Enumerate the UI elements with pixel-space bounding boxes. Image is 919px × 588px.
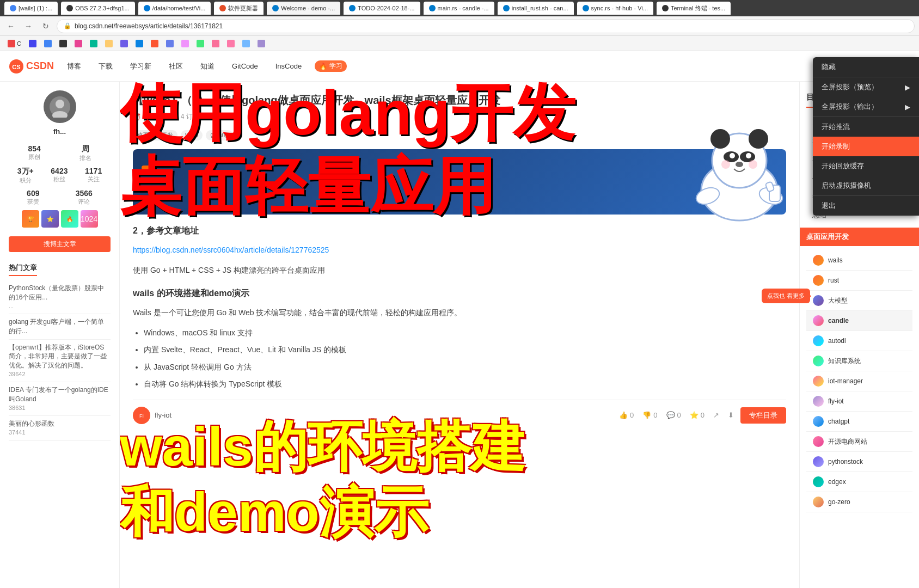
menu-fullscreen-preview[interactable]: 全屏投影（预览） ▶ [813, 77, 919, 97]
tag-golang[interactable]: golang [206, 130, 232, 140]
menu-fullscreen-output[interactable]: 全屏投影（输出） ▶ [813, 97, 919, 117]
tab-icon-welcome [272, 5, 279, 11]
forward-button[interactable]: → [22, 20, 35, 33]
rec-iot-manager[interactable]: iot-manager [806, 371, 912, 391]
nav-download[interactable]: 下载 [94, 59, 117, 74]
article-content: 2，参考文章地址 https://blog.csdn.net/ssrc0604h… [133, 223, 786, 391]
nav-know[interactable]: 知道 [196, 59, 219, 74]
nav-blog[interactable]: 博客 [63, 59, 85, 74]
like-action[interactable]: 👍 0 [619, 411, 634, 419]
bookmark-icon-3 [44, 40, 52, 47]
bookmark-icon-14 [212, 40, 219, 47]
rec-ecom[interactable]: 开源电商网站 [806, 432, 912, 452]
bookmark-11[interactable] [163, 39, 177, 48]
tag-wails[interactable]: wails [181, 130, 203, 140]
bookmark-icon-9 [136, 40, 143, 47]
tab-obs[interactable]: OBS 27.2.3+dfsg1... [61, 2, 134, 15]
bookmark-12[interactable] [178, 39, 192, 48]
bookmark-17[interactable] [254, 39, 268, 48]
hot-item-5[interactable]: 美丽的心形函数 37441 [9, 416, 111, 440]
svg-text:CS: CS [12, 64, 20, 70]
bookmark-15[interactable] [224, 39, 238, 48]
bookmark-8[interactable] [117, 39, 131, 48]
nav-gitcode[interactable]: GitCode [228, 60, 262, 72]
rec-candle[interactable]: candle [806, 311, 912, 331]
rec-gozero[interactable]: go-zero [806, 492, 912, 512]
download-action[interactable]: ⬇ [728, 411, 734, 419]
rec-autodl[interactable]: autodl [806, 331, 912, 351]
bookmark-6[interactable] [87, 39, 101, 48]
menu-virtual-camera[interactable]: 启动虚拟摄像机 [813, 176, 919, 195]
user-stats: 854 原创 周 排名 [9, 144, 111, 162]
tag-desktop[interactable]: 桌面应用开发 [133, 130, 177, 140]
learning-tag[interactable]: 🔥 学习 [315, 60, 347, 72]
column-btn[interactable]: 专栏目录 [740, 407, 786, 424]
tab-icon-obs [66, 5, 73, 11]
search-blog-button[interactable]: 搜博主文章 [9, 236, 111, 252]
rec-chatgpt[interactable]: chatgpt [806, 412, 912, 432]
rec-kb[interactable]: 知识库系统 [806, 351, 912, 371]
ad-btn[interactable] [142, 166, 155, 170]
hot-item-2[interactable]: golang 开发gui客户端，一个简单的行... [9, 314, 111, 340]
dislike-action[interactable]: 👎 0 [642, 411, 657, 419]
back-button[interactable]: ← [4, 20, 17, 33]
tab-terminal[interactable]: Terminal 终端 - tes... [657, 2, 731, 15]
tab-data[interactable]: /data/home/test/Vi... [138, 2, 211, 15]
bookmark-16[interactable] [239, 39, 253, 48]
stat-comments: 3566 评论 [76, 189, 93, 206]
dislike-icon: 👎 [642, 411, 651, 419]
bookmark-9[interactable] [132, 39, 146, 48]
comment-action[interactable]: 💬 0 [666, 411, 681, 419]
bookmark-icon-5 [75, 40, 82, 47]
tab-updater[interactable]: 软件更新器 [214, 2, 264, 15]
rec-model[interactable]: 大模型 [806, 291, 912, 311]
wails-desc: Wails 是一个可让您使用 Go 和 Web 技术编写功能，结合丰富的现代前端… [133, 306, 786, 320]
rec-python[interactable]: pythonstock [806, 452, 912, 472]
menu-start-replay[interactable]: 开始回放缓存 [813, 156, 919, 176]
bookmark-14[interactable] [209, 39, 223, 48]
bookmark-2[interactable] [26, 39, 40, 48]
tab-icon-updater [219, 5, 226, 11]
bookmark-10[interactable] [148, 39, 162, 48]
feature-2: 内置 Svelte、React、Preact、Vue、Lit 和 Vanilla… [144, 343, 786, 357]
stat-original: 854 原创 [28, 144, 40, 162]
bookmark-icon-2 [29, 40, 36, 47]
tab-icon-installrust [503, 5, 510, 11]
ref-link[interactable]: https://blog.csdn.net/ssrc0604hx/article… [133, 246, 329, 254]
bookmark-5[interactable] [71, 39, 85, 48]
menu-hide[interactable]: 隐藏 [813, 57, 919, 77]
share-action[interactable]: ↗ [713, 411, 719, 419]
bookmark-4[interactable] [56, 39, 70, 48]
refresh-button[interactable]: ↻ [39, 20, 52, 33]
tab-wails[interactable]: [wails] (1) :... [4, 2, 58, 15]
bookmark-3[interactable] [41, 39, 55, 48]
rec-rust[interactable]: rust [806, 271, 912, 291]
collect-action[interactable]: ⭐ 0 [690, 411, 704, 419]
like-icon: 👍 [619, 411, 628, 419]
rec-wails[interactable]: wails [806, 250, 912, 271]
bookmark-1[interactable]: C [4, 39, 24, 48]
menu-start-record[interactable]: 开始录制 [813, 137, 919, 156]
tab-syncrs[interactable]: sync.rs - hf-hub - Vi... [577, 2, 653, 15]
hot-item-4[interactable]: IDEA 专门发布了一个golang的IDE叫Goland 38631 [9, 382, 111, 416]
rec-flyiot[interactable]: fly-iot [806, 391, 912, 412]
csdn-logo[interactable]: CS CSDN [9, 59, 54, 74]
rec-edgex[interactable]: edgex [806, 472, 912, 492]
footer-author: FI fly-iot [133, 407, 171, 424]
nav-community[interactable]: 社区 [164, 59, 187, 74]
nav-inscode[interactable]: InsCode [271, 60, 306, 72]
address-bar[interactable]: 🔒 blog.csdn.net/freewebsys/article/detai… [57, 19, 915, 33]
menu-exit[interactable]: 退出 [813, 196, 919, 216]
tab-welcome[interactable]: Welcome - demo -... [267, 2, 340, 15]
hot-item-3[interactable]: 【openwrt】推荐版本，iStoreOS简介，非常好用，主要是做了一些优化。… [9, 340, 111, 383]
hot-item-1[interactable]: PythonStock（量化股票）股票中的16个应用... ... [9, 280, 111, 314]
bookmark-13[interactable] [193, 39, 207, 48]
footer-actions: 👍 0 👎 0 💬 0 ⭐ 0 [619, 411, 734, 419]
nav-learn[interactable]: 学习新 [126, 59, 156, 74]
tab-mainrs[interactable]: main.rs - candle -... [424, 2, 494, 15]
bookmark-7[interactable] [102, 39, 116, 48]
bookmark-icon-8 [120, 40, 128, 47]
tab-installrust[interactable]: install_rust.sh - can... [498, 2, 574, 15]
tab-todo[interactable]: TODO-2024-02-18-... [344, 2, 420, 15]
menu-start-stream[interactable]: 开始推流 [813, 117, 919, 137]
